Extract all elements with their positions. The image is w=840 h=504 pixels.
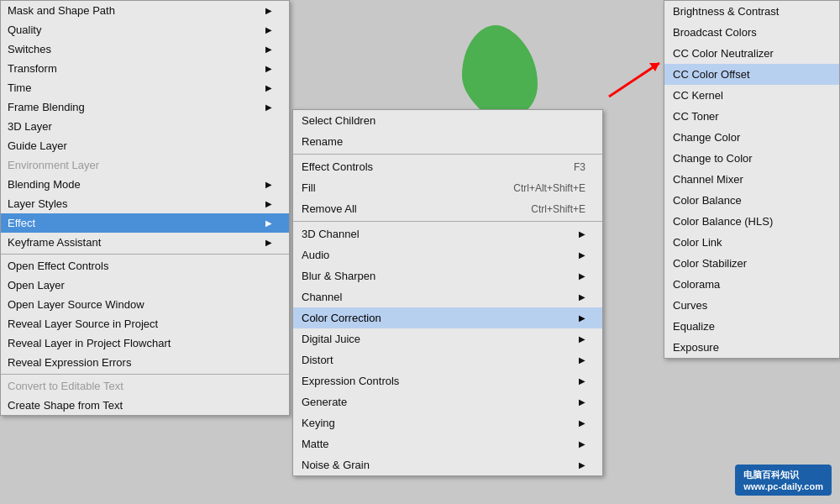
menu-item-matte[interactable]: Matte ▶ — [293, 433, 602, 454]
submenu-arrow: ▶ — [265, 64, 272, 73]
menu-item-blur-sharpen[interactable]: Blur & Sharpen ▶ — [293, 265, 602, 286]
menu-item-create-shape-from-text[interactable]: Create Shape from Text — [1, 396, 289, 415]
menu-item-color-balance-hls[interactable]: Color Balance (HLS) — [664, 211, 839, 232]
menu-item-reveal-expression-errors[interactable]: Reveal Expression Errors — [1, 353, 289, 372]
submenu-arrow: ▶ — [579, 376, 585, 386]
menu-item-change-to-color[interactable]: Change to Color — [664, 148, 839, 169]
menu-item-colorama[interactable]: Colorama — [664, 274, 839, 295]
menu-item-broadcast-colors[interactable]: Broadcast Colors — [664, 22, 839, 43]
menu-item-guide-layer[interactable]: Guide Layer — [1, 136, 289, 155]
svg-line-0 — [609, 63, 659, 97]
submenu-arrow: ▶ — [579, 292, 585, 302]
watermark-badge: 电脑百科知识 www.pc-daily.com — [735, 465, 832, 496]
menu-item-convert-editable-text: Convert to Editable Text — [1, 376, 289, 396]
menu-item-effect-controls[interactable]: Effect Controls F3 — [293, 156, 602, 177]
menu-item-blending-mode[interactable]: Blending Mode ▶ — [1, 175, 289, 194]
menu-item-effect[interactable]: Effect ▶ — [1, 213, 289, 233]
submenu-arrow: ▶ — [265, 218, 272, 228]
menu-item-mask-shape-path[interactable]: Mask and Shape Path ▶ — [1, 1, 289, 20]
submenu-arrow: ▶ — [265, 199, 272, 208]
menu-item-cc-toner[interactable]: CC Toner — [664, 106, 839, 127]
menu-item-channel-mixer[interactable]: Channel Mixer — [664, 169, 839, 190]
menu-item-remove-all[interactable]: Remove All Ctrl+Shift+E — [293, 198, 602, 219]
menu-item-color-correction[interactable]: Color Correction ▶ — [293, 307, 602, 328]
menu-item-color-stabilizer[interactable]: Color Stabilizer — [664, 253, 839, 274]
menu-item-color-link[interactable]: Color Link — [664, 232, 839, 253]
menu-item-curves[interactable]: Curves — [664, 295, 839, 316]
submenu-arrow: ▶ — [579, 313, 585, 323]
menu-item-exposure[interactable]: Exposure — [664, 337, 839, 358]
menu-item-cc-kernel[interactable]: CC Kernel — [664, 85, 839, 106]
menu-item-generate[interactable]: Generate ▶ — [293, 391, 602, 412]
submenu-arrow: ▶ — [579, 397, 585, 407]
menu-item-color-balance[interactable]: Color Balance — [664, 190, 839, 211]
menu-item-audio[interactable]: Audio ▶ — [293, 244, 602, 265]
submenu-arrow: ▶ — [265, 25, 272, 34]
menu-item-open-effect-controls[interactable]: Open Effect Controls — [1, 256, 289, 276]
menu-item-cc-color-offset[interactable]: CC Color Offset — [664, 64, 839, 85]
menu-item-open-layer-source-window[interactable]: Open Layer Source Window — [1, 295, 289, 314]
menu-item-quality[interactable]: Quality ▶ — [1, 20, 289, 39]
submenu-arrow: ▶ — [579, 418, 585, 428]
menu-item-brightness-contrast[interactable]: Brightness & Contrast — [664, 1, 839, 22]
submenu-arrow: ▶ — [579, 271, 585, 281]
right-context-menu: Brightness & Contrast Broadcast Colors C… — [664, 0, 840, 359]
menu-item-expression-controls[interactable]: Expression Controls ▶ — [293, 370, 602, 391]
menu-item-channel[interactable]: Channel ▶ — [293, 286, 602, 307]
submenu-arrow: ▶ — [265, 83, 272, 92]
menu-item-reveal-layer-source[interactable]: Reveal Layer Source in Project — [1, 314, 289, 333]
menu-item-open-layer[interactable]: Open Layer — [1, 276, 289, 295]
menu-item-noise-grain[interactable]: Noise & Grain ▶ — [293, 454, 602, 475]
menu-item-digital-juice[interactable]: Digital Juice ▶ — [293, 328, 602, 349]
submenu-arrow: ▶ — [579, 250, 585, 260]
watermark-line2: www.pc-daily.com — [743, 481, 823, 491]
middle-context-menu: Select Children Rename Effect Controls F… — [292, 109, 603, 476]
submenu-arrow: ▶ — [265, 238, 272, 247]
menu-item-rename[interactable]: Rename — [293, 131, 602, 152]
arrow-indicator — [601, 55, 668, 108]
submenu-arrow: ▶ — [579, 334, 585, 344]
menu-item-environment-layer: Environment Layer — [1, 155, 289, 175]
menu-item-transform[interactable]: Transform ▶ — [1, 59, 289, 78]
submenu-arrow: ▶ — [265, 6, 272, 15]
menu-item-change-color[interactable]: Change Color — [664, 127, 839, 148]
menu-item-distort[interactable]: Distort ▶ — [293, 349, 602, 370]
menu-item-equalize[interactable]: Equalize — [664, 316, 839, 337]
menu-item-layer-styles[interactable]: Layer Styles ▶ — [1, 194, 289, 213]
submenu-arrow: ▶ — [265, 102, 272, 112]
watermark-line1: 电脑百科知识 — [743, 469, 823, 481]
menu-item-keyframe-assistant[interactable]: Keyframe Assistant ▶ — [1, 233, 289, 252]
submenu-arrow: ▶ — [265, 45, 272, 54]
menu-item-3d-channel[interactable]: 3D Channel ▶ — [293, 223, 602, 244]
menu-item-fill[interactable]: Fill Ctrl+Alt+Shift+E — [293, 177, 602, 198]
menu-item-time[interactable]: Time ▶ — [1, 78, 289, 97]
menu-item-switches[interactable]: Switches ▶ — [1, 39, 289, 59]
left-context-menu: Mask and Shape Path ▶ Quality ▶ Switches… — [0, 0, 290, 416]
submenu-arrow: ▶ — [579, 460, 585, 470]
menu-item-frame-blending[interactable]: Frame Blending ▶ — [1, 97, 289, 117]
menu-item-cc-color-neutralizer[interactable]: CC Color Neutralizer — [664, 43, 839, 64]
menu-item-reveal-layer-flowchart[interactable]: Reveal Layer in Project Flowchart — [1, 333, 289, 353]
menu-item-keying[interactable]: Keying ▶ — [293, 412, 602, 433]
menu-item-select-children[interactable]: Select Children — [293, 110, 602, 131]
submenu-arrow: ▶ — [579, 355, 585, 365]
submenu-arrow: ▶ — [265, 180, 272, 189]
submenu-arrow: ▶ — [579, 439, 585, 449]
submenu-arrow: ▶ — [579, 229, 585, 239]
menu-item-3d-layer[interactable]: 3D Layer — [1, 117, 289, 136]
